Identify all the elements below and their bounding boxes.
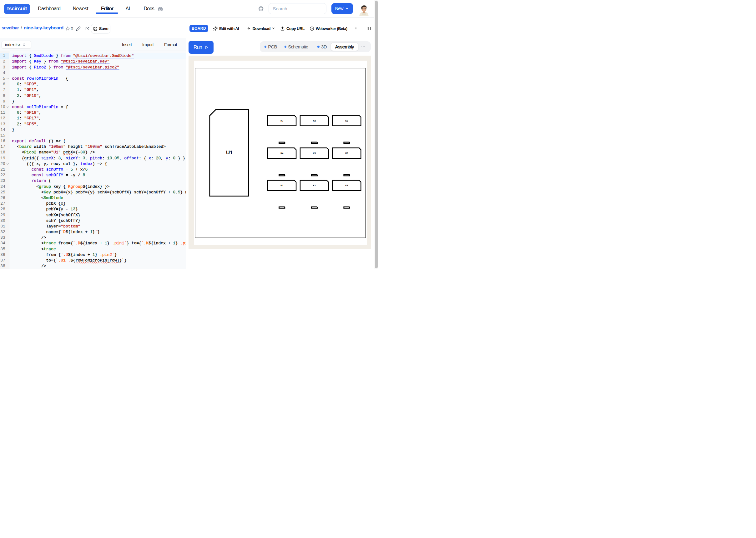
svg-text:K6: K6 <box>345 152 348 154</box>
svg-text:K4: K4 <box>280 152 283 154</box>
svg-text:K1: K1 <box>280 184 283 187</box>
svg-text:K9: K9 <box>345 119 348 122</box>
svg-text:K2: K2 <box>313 184 316 187</box>
svg-text:K8: K8 <box>313 119 316 122</box>
svg-text:K5: K5 <box>313 152 316 154</box>
svg-text:U1: U1 <box>226 150 233 156</box>
svg-text:K3: K3 <box>345 184 348 187</box>
svg-text:K7: K7 <box>280 119 283 122</box>
